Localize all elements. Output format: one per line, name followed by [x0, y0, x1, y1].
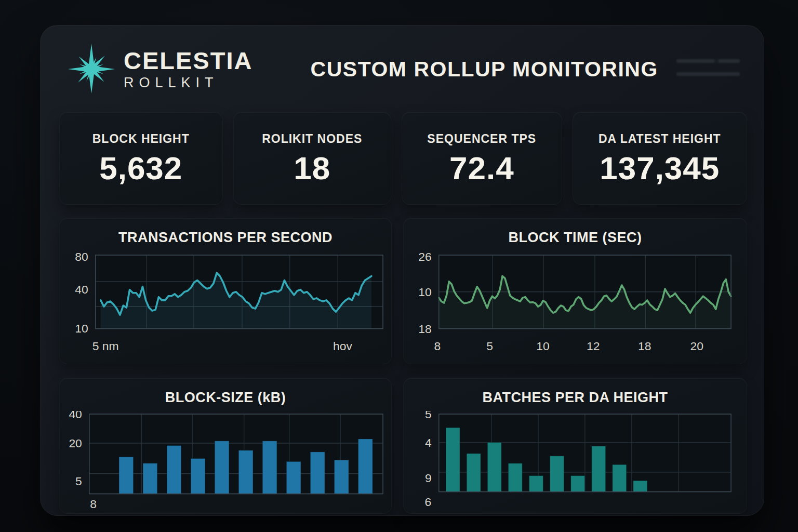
tps-line-chart: 8040105 nmhov	[60, 251, 391, 363]
svg-text:10: 10	[418, 285, 432, 299]
chart-card-batches-per-da-height: BATCHES PER DA HEIGHT 5496	[403, 378, 747, 514]
svg-text:40: 40	[69, 411, 82, 421]
svg-text:8: 8	[434, 339, 441, 353]
stat-value: 137,345	[600, 152, 720, 184]
stats-row: BLOCK HEIGHT 5,632 ROLIKIT NODES 18 SEQU…	[59, 112, 747, 205]
menu-placeholder-line-2	[676, 72, 740, 76]
svg-text:5: 5	[425, 411, 432, 421]
chart-title: BLOCK TIME (SEC)	[404, 230, 747, 246]
brand-name: CELESTIA	[124, 48, 252, 73]
block-size-bar-chart: 402058	[60, 411, 391, 514]
stat-card-sequencer-tps: SEQUENCER TPS 72.4	[402, 112, 562, 205]
svg-text:hov: hov	[333, 339, 352, 353]
stat-card-block-height: BLOCK HEIGHT 5,632	[59, 112, 223, 205]
stat-label: SEQUENCER TPS	[427, 132, 536, 146]
svg-text:20: 20	[690, 339, 704, 353]
dashboard-panel: CELESTIA ROLLKIT CUSTOM ROLLUP MONITORIN…	[40, 25, 764, 516]
svg-text:26: 26	[418, 251, 432, 263]
svg-text:8: 8	[90, 497, 97, 511]
svg-text:4: 4	[425, 436, 432, 449]
stat-card-da-latest-height: DA LATEST HEIGHT 137,345	[573, 112, 747, 205]
svg-text:5 nm: 5 nm	[92, 339, 119, 353]
chart-card-transactions-per-second: TRANSACTIONS PER SECOND 8040105 nmhov	[59, 218, 392, 364]
chart-title: TRANSACTIONS PER SECOND	[60, 230, 391, 246]
batches-bar-chart: 5496	[404, 411, 747, 514]
stat-value: 5,632	[99, 152, 182, 184]
stat-value: 18	[294, 152, 330, 184]
svg-text:5: 5	[486, 339, 493, 353]
chart-card-block-size: BLOCK-SIZE (kB) 402058	[59, 378, 392, 514]
stat-label: BLOCK HEIGHT	[92, 132, 190, 146]
celestia-star-icon	[65, 43, 117, 95]
stat-card-rollkit-nodes: ROLIKIT NODES 18	[233, 112, 392, 205]
stat-label: DA LATEST HEIGHT	[598, 132, 721, 146]
svg-text:18: 18	[638, 339, 651, 353]
brand-subtitle: ROLLKIT	[124, 76, 252, 90]
svg-text:9: 9	[425, 471, 432, 485]
svg-text:10: 10	[75, 322, 88, 335]
page-title: CUSTOM ROLLUP MONITORING	[272, 57, 696, 82]
header: CELESTIA ROLLKIT CUSTOM ROLLUP MONITORIN…	[41, 25, 764, 102]
svg-text:6: 6	[425, 495, 432, 509]
chart-card-block-time: BLOCK TIME (SEC) 2610188510121820	[403, 218, 747, 364]
brand-text: CELESTIA ROLLKIT	[124, 48, 252, 90]
menu-placeholder-line-1	[676, 59, 740, 63]
svg-text:12: 12	[587, 339, 600, 353]
stat-value: 72.4	[449, 152, 514, 184]
stat-label: ROLIKIT NODES	[262, 132, 362, 146]
chart-title: BATCHES PER DA HEIGHT	[404, 390, 747, 406]
chart-title: BLOCK-SIZE (kB)	[60, 390, 391, 406]
svg-text:10: 10	[536, 339, 550, 353]
svg-text:5: 5	[75, 474, 82, 488]
brand-logo: CELESTIA ROLLKIT	[65, 43, 252, 95]
block-time-line-chart: 2610188510121820	[404, 251, 747, 363]
svg-text:18: 18	[418, 322, 432, 336]
charts-grid: TRANSACTIONS PER SECOND 8040105 nmhov BL…	[59, 218, 747, 514]
svg-text:20: 20	[69, 436, 82, 450]
svg-text:80: 80	[75, 251, 88, 263]
svg-text:40: 40	[75, 283, 88, 296]
